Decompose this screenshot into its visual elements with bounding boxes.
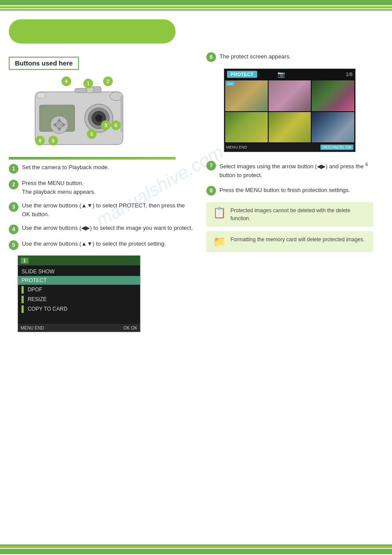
thumb-flower xyxy=(312,80,354,111)
thumb-pink xyxy=(269,80,311,111)
step-3-block: 3 Use the arrow buttons (▲▼) to select P… xyxy=(9,201,193,218)
om-badge: Om xyxy=(226,81,234,86)
camera-num-5a: 5 xyxy=(87,129,97,139)
buttons-used-box: Buttons used here xyxy=(9,57,79,70)
menu-bottom-left: MENU END xyxy=(21,326,44,330)
step-6-num: 6 xyxy=(206,52,216,62)
thumb-city: Om xyxy=(225,80,268,111)
protect-bottom-left: MENU END xyxy=(226,145,247,149)
green-separator xyxy=(9,157,176,160)
note-text-1: Protected images cannot be deleted with … xyxy=(230,207,367,222)
menu-bottom-right: OK OK xyxy=(123,326,137,330)
menu-bottom-bar: MENU END OK OK xyxy=(18,324,140,332)
step-6-text: The protect screen appears. xyxy=(219,52,291,61)
protect-bottom-bar: MENU END OK/CANCEL OK xyxy=(224,143,355,151)
step-8-block: 8 Press the MENU button to finish protec… xyxy=(206,186,383,196)
menu-item-protect-label: PROTECT xyxy=(22,277,47,283)
bottom-decorative-bars xyxy=(0,544,392,555)
step-5-num: 5 xyxy=(9,240,18,250)
bullet-icon-2: ▌ xyxy=(22,296,26,303)
note-box-1: 📋 Protected images cannot be deleted wit… xyxy=(206,202,373,227)
bar-bottom-thick xyxy=(0,549,392,554)
step-2-text: Press the MENU button.The playback menu … xyxy=(22,179,96,196)
left-column: Buttons used here xyxy=(9,15,193,332)
top-decorative-bars xyxy=(0,0,392,11)
svg-point-11 xyxy=(56,121,63,128)
green-header-button xyxy=(9,19,176,44)
camera-num-6: 6 xyxy=(111,120,121,130)
menu-badge: 1 xyxy=(21,258,29,264)
step-2-block: 2 Press the MENU button.The playback men… xyxy=(9,179,193,196)
right-column: 6 The protect screen appears. PROTECT 📷 … xyxy=(202,15,383,332)
camera-num-5b: 5 xyxy=(48,136,58,145)
menu-item-slideshow: SLIDE SHOW xyxy=(18,267,140,276)
step-7-block: 7 Select images using the arrow button (… xyxy=(206,161,383,179)
bullet-icon-3: ▌ xyxy=(22,305,26,312)
menu-screenshot: 1 SLIDE SHOW PROTECT ▌ DPOF ▌ RESIZE xyxy=(18,255,140,332)
svg-point-5 xyxy=(95,115,102,122)
menu-item-copy: ▌ COPY TO CARD xyxy=(18,304,140,314)
note-icon-1: 📋 xyxy=(213,207,226,219)
folder-icon: 📁 xyxy=(213,236,226,248)
protect-label: PROTECT xyxy=(227,71,257,78)
step-5-block: 5 Use the arrow buttons (▲▼) to select t… xyxy=(9,239,193,250)
step-1-num: 1 xyxy=(9,164,18,174)
svg-rect-16 xyxy=(37,93,45,98)
menu-item-slideshow-label: SLIDE SHOW xyxy=(22,268,54,275)
protect-screenshot: PROTECT 📷 1/8 Om MENU END OK/CANCEL OK xyxy=(224,69,356,152)
protect-page: 1/8 xyxy=(346,72,352,77)
camera-num-8: 8 xyxy=(35,136,45,145)
thumb-yellow-field xyxy=(225,112,268,143)
bar-bottom-thin-2 xyxy=(0,546,392,548)
step-3-text: Use the arrow buttons (▲▼) to select PRO… xyxy=(22,201,193,218)
menu-items-list: SLIDE SHOW PROTECT ▌ DPOF ▌ RESIZE ▌ COP… xyxy=(18,265,140,316)
step-7-text: Select images using the arrow button (◀▶… xyxy=(219,161,383,179)
svg-rect-17 xyxy=(121,96,123,131)
camera-icon: 📷 xyxy=(277,71,285,78)
thumb-yellow-flowers xyxy=(269,112,311,143)
camera-num-4: 4 xyxy=(61,76,71,86)
step-7-num: 7 xyxy=(206,161,216,170)
step-4-block: 4 Use the arrow buttons (◀▶) to select t… xyxy=(9,224,193,234)
menu-top-bar: 1 xyxy=(18,256,140,265)
note-text-2: Formatting the memory card will delete p… xyxy=(230,236,364,243)
note-box-2: 📁 Formatting the memory card will delete… xyxy=(206,231,373,252)
thumb-bridge xyxy=(312,112,354,143)
step-4-num: 4 xyxy=(9,225,18,234)
camera-num-2: 2 xyxy=(103,76,113,86)
bar-thick-1 xyxy=(0,0,392,5)
protect-image-grid: Om xyxy=(224,80,355,143)
buttons-used-label: Buttons used here xyxy=(15,59,73,67)
step-8-num: 8 xyxy=(206,186,216,196)
protect-top-bar: PROTECT 📷 1/8 xyxy=(224,69,355,80)
svg-rect-6 xyxy=(75,88,88,93)
step-4-text: Use the arrow buttons (◀▶) to select the… xyxy=(22,224,193,232)
menu-item-resize: ▌ RESIZE xyxy=(18,294,140,304)
menu-item-dpof-label: DPOF xyxy=(28,287,42,293)
menu-item-dpof: ▌ DPOF xyxy=(18,285,140,294)
menu-item-resize-label: RESIZE xyxy=(28,296,47,302)
camera-num-3: 3 xyxy=(101,120,111,130)
step-6-block: 6 The protect screen appears. xyxy=(206,52,383,62)
step-1-text: Set the camera to Playback mode. xyxy=(22,163,109,172)
step-8-text: Press the MENU button to finish protecti… xyxy=(219,186,350,195)
menu-item-copy-label: COPY TO CARD xyxy=(28,306,68,312)
step-1-block: 1 Set the camera to Playback mode. xyxy=(9,163,193,174)
camera-num-1: 1 xyxy=(83,79,93,88)
menu-item-protect: PROTECT xyxy=(18,276,140,285)
main-content: Buttons used here xyxy=(0,11,392,337)
step-3-num: 3 xyxy=(9,202,18,212)
bullet-icon-1: ▌ xyxy=(22,286,26,293)
step-5-text: Use the arrow buttons (▲▼) to select the… xyxy=(22,239,166,248)
step-2-num: 2 xyxy=(9,180,18,189)
camera-diagram-area: 1 2 3 4 5 6 8 5 xyxy=(9,74,176,153)
bar-thin-1 xyxy=(0,6,392,8)
protect-ok-button: OK/CANCEL OK xyxy=(320,145,353,150)
